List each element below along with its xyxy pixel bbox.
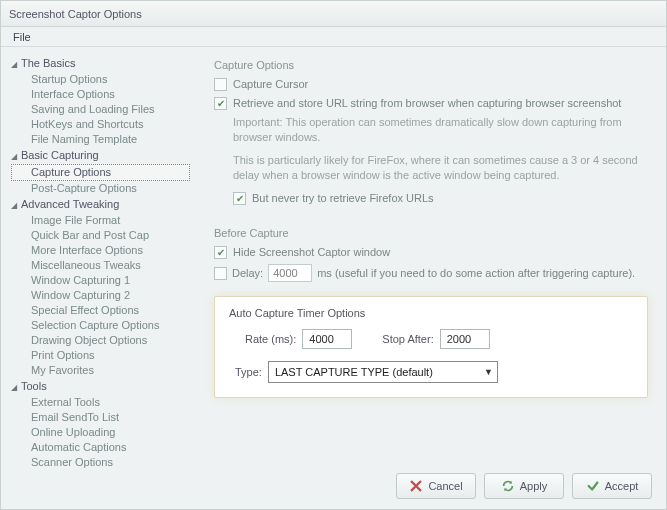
- accept-label: Accept: [605, 480, 639, 492]
- tree-item[interactable]: Startup Options: [11, 72, 190, 87]
- delay-label: Delay:: [232, 267, 263, 279]
- rate-label: Rate (ms):: [245, 333, 296, 345]
- tree-item[interactable]: Print Options: [11, 348, 190, 363]
- tree-item[interactable]: Image File Format: [11, 213, 190, 228]
- tree-item[interactable]: Scanner Options: [11, 455, 190, 470]
- apply-label: Apply: [520, 480, 548, 492]
- tree-item[interactable]: Capture Options: [11, 164, 190, 181]
- capture-cursor-checkbox[interactable]: [214, 78, 227, 91]
- tree-item[interactable]: Automatic Captions: [11, 440, 190, 455]
- retrieve-url-checkbox[interactable]: [214, 97, 227, 110]
- main-panel: Capture Options Capture Cursor Retrieve …: [196, 47, 666, 475]
- menu-file[interactable]: File: [7, 29, 37, 45]
- url-note-1: Important: This operation can sometimes …: [233, 115, 648, 145]
- accept-button[interactable]: Accept: [572, 473, 652, 499]
- tree-group[interactable]: Basic Capturing: [11, 148, 190, 164]
- tree-item[interactable]: Window Capturing 2: [11, 288, 190, 303]
- tree-item[interactable]: More Interface Options: [11, 243, 190, 258]
- url-note-2: This is particularly likely for FireFox,…: [233, 153, 648, 183]
- firefox-checkbox[interactable]: [233, 192, 246, 205]
- cancel-label: Cancel: [428, 480, 462, 492]
- refresh-icon: [501, 479, 515, 493]
- tree-item[interactable]: Online Uploading: [11, 425, 190, 440]
- tree-item[interactable]: Post-Capture Options: [11, 181, 190, 196]
- delay-suffix: ms (useful if you need to do some action…: [317, 267, 635, 279]
- tree-item[interactable]: HotKeys and Shortcuts: [11, 117, 190, 132]
- tree-item[interactable]: My Favorites: [11, 363, 190, 378]
- delay-input[interactable]: [268, 264, 312, 282]
- capture-cursor-label: Capture Cursor: [233, 77, 308, 92]
- stop-after-label: Stop After:: [382, 333, 433, 345]
- footer-buttons: Cancel Apply Accept: [396, 473, 652, 499]
- chevron-down-icon: ▼: [484, 367, 493, 377]
- tree-item[interactable]: Email SendTo List: [11, 410, 190, 425]
- before-capture-heading: Before Capture: [214, 227, 648, 239]
- tree-item[interactable]: Drawing Object Options: [11, 333, 190, 348]
- check-icon: [586, 479, 600, 493]
- tree-item[interactable]: Miscellaneous Tweaks: [11, 258, 190, 273]
- hide-window-label: Hide Screenshot Captor window: [233, 245, 390, 260]
- retrieve-url-label: Retrieve and store URL string from brows…: [233, 96, 621, 111]
- stop-after-input[interactable]: [440, 329, 490, 349]
- cancel-icon: [409, 479, 423, 493]
- tree-group[interactable]: Advanced Tweaking: [11, 197, 190, 213]
- tree-item[interactable]: Special Effect Options: [11, 303, 190, 318]
- rate-input[interactable]: [302, 329, 352, 349]
- auto-capture-heading: Auto Capture Timer Options: [229, 307, 633, 319]
- apply-button[interactable]: Apply: [484, 473, 564, 499]
- tree-item[interactable]: Saving and Loading Files: [11, 102, 190, 117]
- capture-options-heading: Capture Options: [214, 59, 648, 71]
- tree-item[interactable]: Selection Capture Options: [11, 318, 190, 333]
- tree-item[interactable]: External Tools: [11, 395, 190, 410]
- tree-item[interactable]: Quick Bar and Post Cap: [11, 228, 190, 243]
- tree-group[interactable]: Tools: [11, 379, 190, 395]
- type-label: Type:: [235, 366, 262, 378]
- sidebar-tree: The BasicsStartup OptionsInterface Optio…: [1, 47, 196, 475]
- delay-checkbox[interactable]: [214, 267, 227, 280]
- menu-bar: File: [1, 27, 666, 47]
- window-title: Screenshot Captor Options: [1, 1, 666, 27]
- hide-window-checkbox[interactable]: [214, 246, 227, 259]
- cancel-button[interactable]: Cancel: [396, 473, 476, 499]
- auto-capture-box: Auto Capture Timer Options Rate (ms): St…: [214, 296, 648, 398]
- type-dropdown[interactable]: LAST CAPTURE TYPE (default) ▼: [268, 361, 498, 383]
- tree-group[interactable]: The Basics: [11, 56, 190, 72]
- type-value: LAST CAPTURE TYPE (default): [275, 366, 433, 378]
- tree-item[interactable]: File Naming Template: [11, 132, 190, 147]
- tree-item[interactable]: Interface Options: [11, 87, 190, 102]
- tree-item[interactable]: Window Capturing 1: [11, 273, 190, 288]
- firefox-label: But never try to retrieve Firefox URLs: [252, 192, 434, 204]
